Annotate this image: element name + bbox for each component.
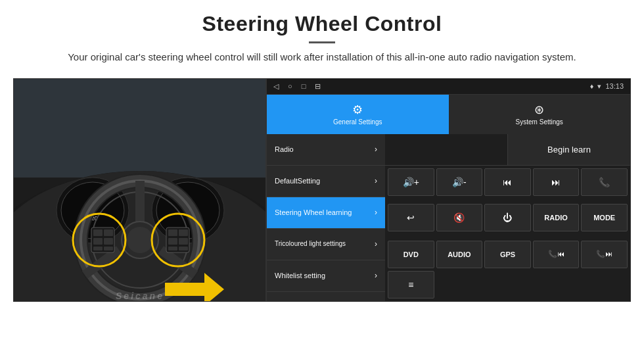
svg-rect-30 [168, 247, 177, 251]
svg-rect-26 [168, 229, 177, 236]
last-button-row: ≡ [385, 271, 630, 301]
svg-text:Seicane: Seicane [116, 291, 164, 301]
vol-down-button[interactable]: 🔊- [436, 168, 483, 196]
top-row: Begin learn [385, 134, 630, 166]
svg-rect-23 [93, 247, 103, 251]
menu-nav-icon[interactable]: ⊟ [315, 82, 321, 91]
menu-item-radio[interactable]: Radio › [267, 134, 385, 166]
back-nav-icon[interactable]: ◁ [273, 82, 279, 91]
svg-rect-22 [104, 238, 113, 245]
default-arrow-icon: › [375, 176, 377, 185]
gps-button[interactable]: GPS [484, 241, 531, 268]
bottom-button-row: DVD AUDIO GPS 📞⏮ 📞⏭ [385, 241, 630, 271]
general-settings-label: General Settings [333, 118, 382, 126]
settings-tabs: ⚙ General Settings ⊛ System Settings [267, 95, 630, 134]
begin-learn-button[interactable]: Begin learn [508, 134, 630, 165]
menu-item-steering[interactable]: Steering Wheel learning › [267, 197, 385, 229]
system-settings-label: System Settings [516, 118, 563, 126]
mode-label: MODE [593, 214, 615, 222]
nav-icons: ◁ ○ □ ⊟ [273, 82, 321, 91]
whitelist-arrow-icon: › [375, 271, 377, 280]
empty-btn-4 [581, 271, 628, 299]
menu-radio-label: Radio [275, 145, 294, 153]
hangup-icon: ↩ [407, 212, 415, 223]
left-menu: Radio › DefaultSetting › Steering Wheel … [267, 134, 385, 301]
svg-rect-29 [179, 238, 188, 245]
clock: 13:13 [605, 82, 624, 90]
begin-learn-label: Begin learn [547, 145, 591, 155]
tricoloured-arrow-icon: › [375, 239, 377, 249]
next-track-button[interactable]: ⏭ [533, 168, 580, 196]
home-nav-icon[interactable]: ○ [288, 82, 292, 90]
empty-area [385, 134, 508, 165]
mute-icon: 🔇 [453, 212, 465, 223]
car-image: 120 [14, 79, 266, 302]
tab-general-settings[interactable]: ⚙ General Settings [267, 95, 449, 134]
next-track-icon: ⏭ [551, 177, 561, 187]
audio-button[interactable]: AUDIO [436, 241, 483, 268]
title-divider [309, 41, 335, 43]
menu-item-default[interactable]: DefaultSetting › [267, 166, 385, 197]
menu-button[interactable]: ≡ [388, 271, 434, 299]
phone-prev-icon: 📞⏮ [548, 250, 564, 258]
radio-button[interactable]: RADIO [533, 204, 580, 231]
svg-point-17 [127, 227, 153, 253]
prev-track-icon: ⏮ [503, 177, 512, 187]
svg-rect-24 [104, 247, 113, 251]
page-subtitle: Your original car's steering wheel contr… [59, 50, 585, 65]
main-content: 120 [13, 78, 631, 315]
svg-rect-31 [179, 247, 188, 251]
gps-label: GPS [500, 251, 515, 258]
right-content: Begin learn 🔊+ 🔊- ⏮ [385, 134, 630, 301]
menu-tricoloured-label: Tricoloured light settings [275, 240, 346, 248]
phone-next-button[interactable]: 📞⏭ [581, 241, 628, 268]
empty-btn-2 [484, 271, 531, 299]
page-header: Steering Wheel Control Your original car… [0, 0, 644, 72]
power-icon: ⏻ [503, 212, 512, 223]
gps-icon: ♦ [590, 82, 594, 90]
svg-rect-21 [93, 238, 103, 245]
vol-up-icon: 🔊+ [403, 177, 419, 187]
audio-label: AUDIO [448, 251, 471, 258]
gear-icon: ⚙ [352, 103, 363, 117]
status-right: ♦ ▾ 13:13 [590, 82, 624, 91]
menu-item-tricoloured[interactable]: Tricoloured light settings › [267, 229, 385, 260]
svg-rect-1 [14, 79, 266, 178]
empty-btn-3 [533, 271, 580, 299]
phone-next-icon: 📞⏭ [596, 250, 612, 258]
hangup-button[interactable]: ↩ [388, 204, 434, 231]
svg-rect-20 [104, 229, 113, 236]
svg-rect-27 [179, 229, 188, 236]
menu-default-label: DefaultSetting [275, 177, 320, 185]
dvd-button[interactable]: DVD [388, 241, 434, 268]
phone-icon: 📞 [599, 177, 610, 187]
menu-icon: ≡ [408, 279, 413, 290]
phone-button[interactable]: 📞 [581, 168, 628, 196]
svg-rect-19 [93, 229, 103, 236]
phone-prev-button[interactable]: 📞⏮ [533, 241, 580, 268]
prev-track-button[interactable]: ⏮ [484, 168, 531, 196]
recents-nav-icon[interactable]: □ [302, 82, 306, 90]
android-main: Radio › DefaultSetting › Steering Wheel … [267, 134, 630, 301]
system-icon: ⊛ [534, 103, 544, 117]
control-button-grid: 🔊+ 🔊- ⏮ ⏭ 📞 [385, 166, 630, 241]
android-panel: ◁ ○ □ ⊟ ♦ ▾ 13:13 ⚙ General Settings ⊛ S… [266, 78, 631, 302]
vol-up-button[interactable]: 🔊+ [388, 168, 434, 196]
menu-item-whitelist[interactable]: Whitelist setting › [267, 260, 385, 292]
wifi-icon: ▾ [597, 82, 601, 91]
menu-whitelist-label: Whitelist setting [275, 272, 325, 279]
power-button[interactable]: ⏻ [484, 204, 531, 231]
status-bar: ◁ ○ □ ⊟ ♦ ▾ 13:13 [267, 79, 630, 95]
svg-rect-28 [168, 238, 177, 245]
vol-down-icon: 🔊- [452, 177, 467, 187]
car-panel: 120 [13, 78, 266, 302]
mute-button[interactable]: 🔇 [436, 204, 483, 231]
empty-btn-1 [436, 271, 483, 299]
steering-arrow-icon: › [375, 208, 377, 217]
radio-label: RADIO [544, 214, 567, 222]
dvd-label: DVD [403, 251, 419, 258]
tab-system-settings[interactable]: ⊛ System Settings [449, 95, 631, 134]
radio-arrow-icon: › [375, 145, 377, 154]
page-title: Steering Wheel Control [39, 12, 605, 36]
mode-button[interactable]: MODE [581, 204, 628, 231]
